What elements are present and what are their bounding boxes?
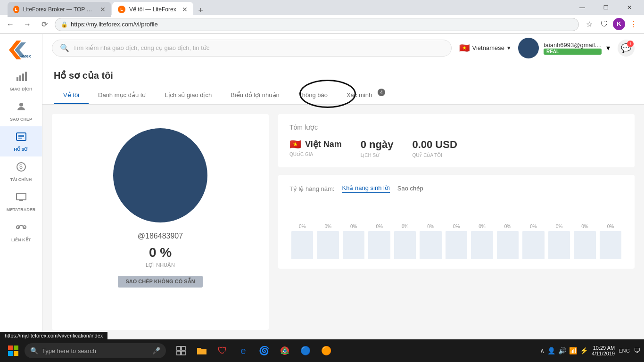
profile-right: Tóm lược 🇻🇳 Việt Nam QUỐC GIA 0 ngày	[278, 114, 635, 330]
svg-rect-28	[182, 351, 185, 355]
forward-button[interactable]: →	[21, 18, 34, 31]
history-value: 0 ngày	[361, 139, 394, 151]
user-avatar[interactable]	[518, 38, 539, 58]
chart-column: 0%	[394, 224, 416, 259]
chart-column: 0%	[600, 224, 621, 259]
sidebar-label-ho-so: HỒ SƠ	[14, 147, 28, 152]
tab-danh-muc[interactable]: Danh mục đầu tư	[89, 87, 155, 104]
sidebar-item-lien-ket[interactable]: LIÊN KẾT	[0, 217, 42, 247]
chart-pct: 0%	[324, 224, 331, 229]
history-label: LỊCH SỬ	[361, 153, 394, 158]
extension-icon[interactable]: 🛡	[598, 18, 611, 31]
menu-icon[interactable]: ⋮	[627, 18, 640, 31]
chart-pct: 0%	[479, 224, 485, 229]
refresh-button[interactable]: ⟳	[38, 18, 51, 31]
ie-app[interactable]: e	[234, 341, 253, 360]
lock-icon: 🔒	[61, 21, 68, 28]
tray-icon-4[interactable]: 📶	[569, 347, 577, 354]
file-explorer[interactable]	[192, 341, 211, 360]
tab-thong-bao[interactable]: Thông báo	[289, 87, 337, 104]
notification-button[interactable]: 💬 1	[618, 40, 635, 57]
tray-icon-3[interactable]: 🔊	[558, 347, 566, 354]
svg-rect-23	[8, 351, 13, 356]
tray-icon-1[interactable]: ∧	[540, 347, 545, 354]
user-email: taianh6993@gmail....	[544, 41, 602, 49]
taskbar-search[interactable]: 🔍 Type here to search 🎤	[25, 343, 166, 358]
tab-lich-su[interactable]: Lịch sử giao dịch	[155, 87, 221, 104]
chart-tab-sao-chep[interactable]: Sao chép	[397, 185, 423, 193]
close-button[interactable]: ✕	[619, 0, 640, 15]
minimize-button[interactable]: —	[571, 0, 593, 15]
sidebar-item-metatrader[interactable]: METATRADER	[0, 187, 42, 217]
finance-icon: $	[16, 161, 27, 175]
mcafee-app[interactable]: 🛡	[213, 341, 232, 360]
notification-center-icon[interactable]: 🗨	[634, 347, 640, 354]
sidebar-item-ho-so[interactable]: HỒ SƠ	[0, 126, 42, 156]
back-button[interactable]: ←	[4, 18, 17, 31]
chart-column: 0%	[497, 224, 519, 259]
svg-rect-27	[177, 351, 181, 355]
app5[interactable]: 🌀	[255, 341, 273, 360]
logo[interactable]: Forex	[7, 39, 35, 61]
sidebar-item-sao-chep[interactable]: SAO CHÉP	[0, 96, 42, 126]
language-name: Vietnamese	[472, 44, 504, 51]
content-wrapper: 🔍 Tìm kiếm nhà giao dịch, công cụ giao d…	[42, 34, 644, 339]
sidebar-label-giao-dich: GIAO DỊCH	[10, 87, 33, 91]
taskview-button[interactable]	[172, 341, 190, 360]
start-button[interactable]	[4, 341, 23, 360]
stat-history: 0 ngày LỊCH SỬ	[361, 139, 394, 158]
chart-pct: 0%	[402, 224, 408, 229]
app7[interactable]: 🔵	[296, 341, 315, 360]
browser-tab-1[interactable]: L LiteForex Broker — TOP Forex Br... ✕	[8, 2, 111, 17]
chart-pct: 0%	[299, 224, 305, 229]
tab-bieu-do[interactable]: Biểu đồ lợi nhuận	[221, 87, 289, 104]
sidebar-item-giao-dich[interactable]: GIAO DỊCH	[0, 66, 42, 96]
svg-rect-16	[18, 201, 24, 201]
svg-rect-24	[14, 351, 18, 356]
tray-icon-5[interactable]: ⚡	[580, 347, 588, 354]
user-profile-icon[interactable]: K	[613, 18, 625, 30]
bookmark-icon[interactable]: ☆	[583, 18, 596, 31]
flag-icon: 🇻🇳	[459, 43, 470, 53]
page-header: Hồ sơ của tôi Về tôi Danh mục đầu tư Lịc…	[42, 62, 644, 105]
tray-icon-2[interactable]: 👤	[547, 347, 555, 354]
window-controls: — ❐ ✕	[571, 0, 640, 15]
chart-column: 0%	[343, 224, 364, 259]
chrome-app[interactable]	[275, 341, 294, 360]
chart-tab-label: Tỷ lệ hàng năm:	[289, 185, 335, 192]
address-bar: ← → ⟳ 🔒 https://my.liteforex.com/vi/prof…	[0, 15, 644, 34]
copy-button[interactable]: SAO CHÉP KHÔNG CÓ SẴN	[118, 276, 202, 288]
browser-tab-2[interactable]: L Về tôi — LiteForex ✕	[112, 2, 193, 17]
chart-tab-kha-nang[interactable]: Khả năng sinh lời	[342, 184, 390, 193]
vietnam-flag: 🇻🇳	[289, 139, 301, 150]
svg-rect-15	[19, 200, 23, 201]
language-selector[interactable]: 🇻🇳 Vietnamese ▾	[459, 43, 511, 53]
chart-column: 0%	[317, 224, 339, 259]
tab-ve-toi[interactable]: Về tôi	[54, 87, 89, 104]
sidebar-label-lien-ket: LIÊN KẾT	[11, 238, 31, 242]
svg-rect-6	[25, 72, 27, 81]
chart-column: 0%	[471, 224, 493, 259]
search-bar[interactable]: 🔍 Tìm kiếm nhà giao dịch, công cụ giao d…	[52, 40, 452, 57]
affiliate-icon	[16, 222, 27, 236]
tab1-close[interactable]: ✕	[100, 6, 106, 13]
taskbar-search-icon: 🔍	[30, 347, 38, 354]
verification-badge: 4	[378, 89, 385, 96]
sidebar-item-tai-chinh[interactable]: $ TÀI CHÍNH	[0, 156, 42, 187]
profit-label: LỢI NHUẬN	[146, 262, 175, 268]
tab2-title: Về tôi — LiteForex	[129, 6, 176, 13]
tab-xac-minh[interactable]: Xác minh 4	[337, 87, 381, 104]
taskbar-clock[interactable]: 10:29 AM 4/11/2019	[592, 345, 615, 356]
tab2-close[interactable]: ✕	[182, 6, 188, 13]
svg-rect-22	[14, 346, 18, 350]
user-dropdown-icon[interactable]: ▾	[606, 43, 610, 52]
chart-bar	[446, 231, 467, 259]
search-placeholder: Tìm kiếm nhà giao dịch, công cụ giao dịc…	[73, 44, 209, 51]
url-bar[interactable]: 🔒 https://my.liteforex.com/vi/profile	[55, 18, 579, 31]
maximize-button[interactable]: ❐	[595, 0, 617, 15]
svg-point-7	[19, 103, 23, 107]
country-name: Việt Nam	[305, 139, 342, 149]
new-tab-button[interactable]: +	[194, 4, 207, 17]
app8[interactable]: 🟠	[317, 341, 336, 360]
svg-text:Forex: Forex	[19, 54, 31, 58]
